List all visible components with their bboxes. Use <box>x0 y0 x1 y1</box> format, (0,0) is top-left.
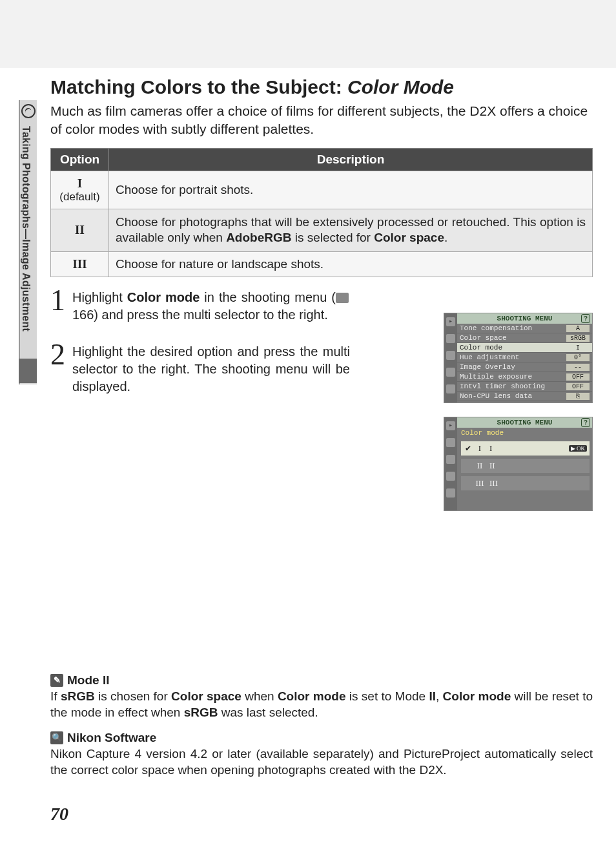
table-row: I (default) Choose for portrait shots. <box>51 171 593 209</box>
lcd-side-tabs: ▸ <box>444 417 457 510</box>
option-cell: III <box>51 252 109 277</box>
option-main: III <box>57 257 102 271</box>
camera-mode-icon <box>21 104 36 118</box>
page-number: 70 <box>50 804 68 824</box>
note-heading: ✎ Mode II <box>50 673 593 687</box>
note-heading: 🔍 Nikon Software <box>50 731 593 745</box>
option-cell: II <box>51 209 109 251</box>
help-icon: ? <box>581 418 590 427</box>
card-icon <box>446 488 455 498</box>
lcd-header: SHOOTING MENU ? <box>457 313 592 324</box>
note-body: Nikon Capture 4 version 4.2 or later (av… <box>50 746 593 778</box>
step-text: Highlight Color mode in the shooting men… <box>72 289 350 324</box>
menu-row: Intvl timer shootingOFF <box>457 382 592 392</box>
camera-icon <box>446 438 455 447</box>
lcd-color-mode: ▸ SHOOTING MENU ? Color mode ✔ I I ▶ OK … <box>444 417 593 511</box>
wrench-icon <box>446 368 455 377</box>
top-gray-band <box>0 0 616 68</box>
description-cell: Choose for photographs that will be exte… <box>109 209 593 251</box>
pencil-icon <box>446 455 455 464</box>
table-row: III Choose for nature or landscape shots… <box>51 252 593 277</box>
color-mode-option: III III <box>461 476 590 490</box>
option-cell: I (default) <box>51 171 109 209</box>
step-text: Highlight the desired option and press t… <box>72 343 350 395</box>
page-content: Matching Colors to the Subject: Color Mo… <box>50 76 593 415</box>
option-main: II <box>57 223 102 237</box>
note-body: If sRGB is chosen for Color space when C… <box>50 689 593 720</box>
option-main: I <box>57 176 102 191</box>
lcd-header: SHOOTING MENU ? <box>457 417 592 428</box>
color-mode-option: II II <box>461 459 590 473</box>
table-head-option: Option <box>51 148 109 171</box>
page-heading: Matching Colors to the Subject: Color Mo… <box>50 76 593 98</box>
menu-row: Hue adjustment0° <box>457 353 592 362</box>
chapter-side-tab: Taking Photographs—Image Adjustment <box>19 100 37 384</box>
options-table: Option Description I (default) Choose fo… <box>50 148 593 277</box>
lcd-title: SHOOTING MENU <box>497 419 553 426</box>
ok-badge: ▶ OK <box>569 445 587 452</box>
side-tab-dark-marker <box>19 359 37 383</box>
color-mode-option: ✔ I I ▶ OK <box>461 441 590 456</box>
lcd-shooting-menu: ▸ SHOOTING MENU ? Tone compensationA Col… <box>444 313 593 403</box>
step-number: 2 <box>50 343 72 395</box>
play-icon: ▸ <box>446 317 455 326</box>
note-title: Mode II <box>67 673 109 687</box>
lcd-rows: Tone compensationA Color spacesRGB Color… <box>457 324 592 401</box>
wrench-icon <box>446 472 455 481</box>
step-number: 1 <box>50 289 72 324</box>
menu-row-selected: Color modeI <box>457 343 592 353</box>
menu-row: Tone compensationA <box>457 324 592 333</box>
lcd-subtitle: Color mode <box>457 428 592 438</box>
menu-row: Multiple exposureOFF <box>457 372 592 382</box>
description-cell: Choose for portrait shots. <box>109 171 593 209</box>
table-head-description: Description <box>109 148 593 171</box>
intro-paragraph: Much as film cameras offer a choice of f… <box>50 102 593 139</box>
camera-icon <box>446 334 455 343</box>
help-icon: ? <box>581 314 590 323</box>
option-sub: (default) <box>57 191 102 204</box>
description-cell: Choose for nature or landscape shots. <box>109 252 593 277</box>
menu-row: Image Overlay-- <box>457 362 592 372</box>
pencil-icon <box>446 351 455 360</box>
lcd-title: SHOOTING MENU <box>497 315 553 322</box>
side-tab-label: Taking Photographs—Image Adjustment <box>20 123 32 331</box>
table-row: II Choose for photographs that will be e… <box>51 209 593 251</box>
check-icon: ✔ <box>465 444 474 454</box>
heading-prefix: Matching Colors to the Subject: <box>50 76 347 98</box>
card-icon <box>446 384 455 393</box>
footnotes: ✎ Mode II If sRGB is chosen for Color sp… <box>50 673 593 789</box>
menu-row: Color spacesRGB <box>457 333 592 343</box>
cross-reference-icon <box>336 293 349 303</box>
pencil-badge-icon: ✎ <box>50 674 63 687</box>
note-title: Nikon Software <box>67 731 156 745</box>
lcd-side-tabs: ▸ <box>444 313 457 403</box>
play-icon: ▸ <box>446 421 455 430</box>
magnifier-badge-icon: 🔍 <box>50 731 63 744</box>
heading-italic: Color Mode <box>347 76 454 98</box>
menu-row: Non-CPU lens data⎘ <box>457 392 592 401</box>
